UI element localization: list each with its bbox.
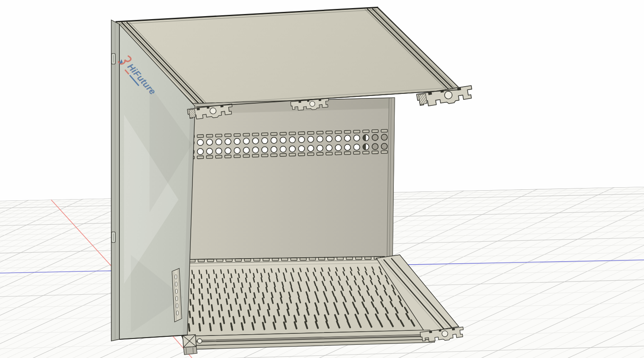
back-vent-panel: [186, 98, 395, 259]
enclosure-model: HiFuture: [111, 7, 474, 355]
viewport-canvas[interactable]: HiFuture: [0, 0, 644, 358]
cad-viewport[interactable]: HiFuture: [0, 0, 644, 358]
